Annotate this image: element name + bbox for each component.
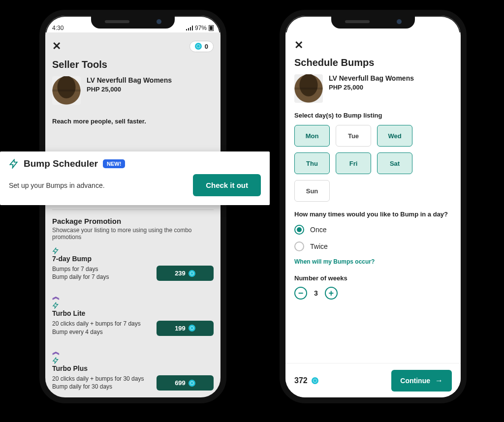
chevrons-up-icon: ︽ — [52, 292, 60, 301]
product-price: PHP 25,000 — [87, 86, 172, 93]
day-fri[interactable]: Fri — [336, 152, 371, 174]
weeks-value: 3 — [314, 289, 318, 297]
status-battery: 97% — [195, 25, 207, 31]
promo-name: Turbo Lite — [52, 309, 85, 317]
frequency-label: How many times would you like to Bump in… — [294, 211, 452, 218]
coin-icon — [189, 270, 195, 277]
day-sun[interactable]: Sun — [294, 180, 330, 202]
product-thumbnail[interactable] — [52, 76, 81, 105]
phone-seller-tools: 4:30 97% ✕ 0 Seller Tools LV Neverfull B… — [39, 10, 226, 403]
phone-notch — [331, 15, 415, 29]
close-icon[interactable]: ✕ — [52, 41, 61, 52]
weeks-increment-button[interactable]: + — [325, 287, 338, 300]
coin-icon — [312, 377, 318, 384]
new-badge: NEW! — [103, 159, 125, 168]
package-section-subtitle: Showcase your listing to more using usin… — [52, 227, 214, 241]
promo-buy-button[interactable]: 239 — [157, 266, 214, 281]
check-it-out-button[interactable]: Check it out — [193, 174, 261, 196]
day-tue[interactable]: Tue — [336, 125, 371, 147]
package-section-title: Package Promotion — [52, 217, 214, 225]
days-label: Select day(s) to Bump listing — [294, 112, 452, 119]
signal-icon — [186, 26, 193, 30]
day-sat[interactable]: Sat — [377, 152, 412, 174]
weeks-stepper: − 3 + — [294, 287, 452, 300]
continue-label: Continue — [400, 377, 430, 385]
product-name: LV Neverfull Bag Womens — [87, 76, 172, 84]
promo-item: ︽ Turbo Plus 20 clicks daily + bumps for… — [52, 347, 214, 391]
phone-schedule-bumps: .. ✕ Schedule Bumps LV Neverfull Bag Wom… — [280, 10, 467, 403]
day-picker: Mon Tue Wed Thu Fri Sat Sun — [294, 125, 452, 202]
bolt-icon — [52, 357, 59, 364]
callout-title: Bump Scheduler — [24, 158, 98, 169]
status-time: 4:30 — [52, 25, 63, 31]
day-wed[interactable]: Wed — [377, 125, 412, 147]
chevrons-up-icon: ︽ — [52, 347, 60, 356]
radio-once-label: Once — [310, 226, 326, 234]
battery-icon — [209, 25, 214, 31]
promo-line1: 20 clicks daily + bumps for 30 days — [52, 375, 144, 383]
promo-buy-button[interactable]: 199 — [157, 321, 214, 336]
arrow-right-icon: → — [435, 376, 443, 385]
promo-price: 699 — [175, 379, 186, 387]
page-title: Schedule Bumps — [294, 57, 452, 68]
promo-price: 199 — [175, 325, 186, 332]
phone-notch — [91, 15, 175, 29]
coin-icon — [195, 43, 202, 50]
radio-twice[interactable] — [294, 241, 304, 251]
bump-scheduler-callout: Bump Scheduler NEW! Set up your Bumps in… — [0, 151, 270, 205]
coin-icon — [189, 325, 195, 332]
coin-balance-pill[interactable]: 0 — [189, 41, 214, 52]
product-thumbnail[interactable] — [294, 74, 323, 103]
continue-button[interactable]: Continue → — [391, 370, 452, 392]
close-icon[interactable]: ✕ — [294, 40, 303, 51]
day-mon[interactable]: Mon — [294, 125, 330, 147]
weeks-label: Number of weeks — [294, 274, 452, 282]
day-thu[interactable]: Thu — [294, 152, 330, 174]
page-title: Seller Tools — [52, 59, 214, 70]
promo-price: 239 — [175, 270, 186, 277]
product-name: LV Neverfull Bag Womens — [329, 74, 414, 82]
promo-line1: 20 clicks daily + bumps for 7 days — [52, 320, 141, 328]
promo-item: ︽ Turbo Lite 20 clicks daily + bumps for… — [52, 292, 214, 335]
product-summary: LV Neverfull Bag Womens PHP 25,000 — [294, 74, 452, 103]
total-cost: 372 — [294, 376, 318, 385]
coin-balance-value: 0 — [205, 43, 208, 50]
promo-line2: Bump daily for 30 days — [52, 383, 144, 391]
radio-twice-label: Twice — [310, 242, 328, 250]
promo-item: 7-day Bump Bumps for 7 days Bump daily f… — [52, 247, 214, 281]
divider — [52, 210, 214, 210]
total-value: 372 — [294, 376, 308, 385]
tagline: Reach more people, sell faster. — [52, 118, 214, 125]
bolt-icon — [52, 302, 59, 309]
bolt-icon — [52, 247, 59, 254]
callout-subtitle: Set up your Bumps in advance. — [9, 181, 105, 189]
coin-icon — [189, 380, 195, 387]
weeks-decrement-button[interactable]: − — [294, 287, 307, 300]
help-link[interactable]: When will my Bumps occur? — [294, 258, 375, 265]
radio-once[interactable] — [294, 225, 304, 235]
bolt-icon — [9, 159, 19, 169]
promo-buy-button[interactable]: 699 — [157, 375, 214, 391]
promo-line2: Bump daily for 7 days — [52, 273, 109, 281]
promo-name: 7-day Bump — [52, 255, 92, 263]
bottom-bar: 372 Continue → — [285, 363, 461, 397]
promo-line1: Bumps for 7 days — [52, 265, 109, 273]
product-price: PHP 25,000 — [329, 84, 414, 91]
promo-name: Turbo Plus — [52, 364, 88, 372]
promo-line2: Bump every 4 days — [52, 328, 141, 336]
product-summary: LV Neverfull Bag Womens PHP 25,000 — [52, 76, 214, 105]
